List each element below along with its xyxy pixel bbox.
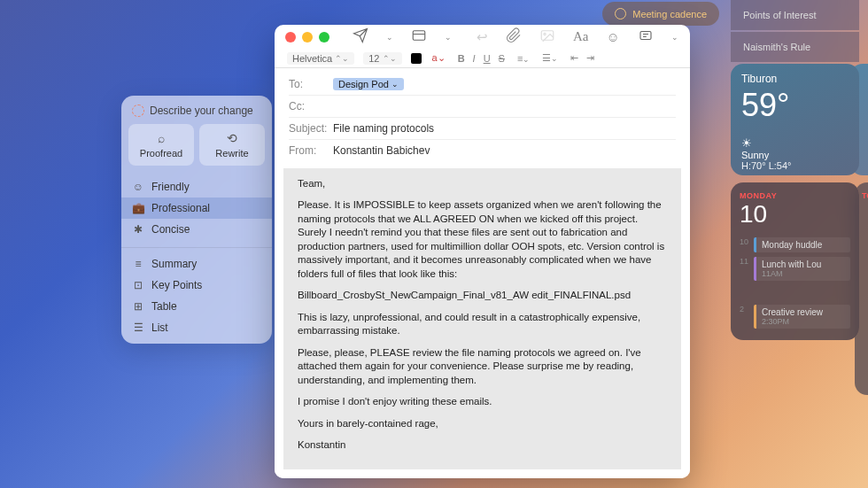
cal-hour-label: 11 <box>740 257 750 266</box>
reminder-pill[interactable]: Meeting cadence <box>602 2 719 26</box>
from-label: From: <box>289 144 333 157</box>
weather-condition: Sunny <box>741 150 849 160</box>
proofread-button[interactable]: ⌕ Proofread <box>128 124 194 166</box>
attach-icon[interactable] <box>500 26 527 48</box>
window-titlebar: ⌄ ⌄ ↩ Aa ☺ ⌄ <box>275 25 690 50</box>
writing-tools-panel: Describe your change ⌕ Proofread ⟲ Rewri… <box>121 96 272 344</box>
transform-label: Summary <box>151 258 197 270</box>
minimize-button[interactable] <box>302 32 313 43</box>
text-color-options[interactable]: a⌄ <box>430 52 447 64</box>
calendar-event[interactable]: Lunch with Lou11AM <box>754 257 850 281</box>
to-row[interactable]: To: Design Pod ⌄ <box>289 74 676 96</box>
transform-item-key-points[interactable]: ⊡Key Points <box>121 275 272 296</box>
outdent-button[interactable]: ⇤ <box>569 52 580 64</box>
mail-compose-window: ⌄ ⌄ ↩ Aa ☺ ⌄ Helvetica ⌃⌄ 12 ⌃⌄ a⌄ B <box>275 25 690 478</box>
refresh-icon: ⟲ <box>203 131 261 145</box>
emoji-icon[interactable]: ☺ <box>601 27 625 46</box>
format-bar: Helvetica ⌃⌄ 12 ⌃⌄ a⌄ B I U S ≡⌄ ☰⌄ ⇤ ⇥ <box>275 50 690 68</box>
rewrite-button[interactable]: ⟲ Rewrite <box>199 124 265 166</box>
writing-tools-header[interactable]: Describe your change <box>121 96 272 124</box>
tone-label: Concise <box>151 223 190 236</box>
cc-row[interactable]: Cc: <box>289 96 676 118</box>
svg-rect-4 <box>640 32 651 40</box>
strikethrough-button[interactable]: S <box>497 53 507 64</box>
tone-item-concise[interactable]: ✱Concise <box>121 219 272 240</box>
font-size-select[interactable]: 12 ⌃⌄ <box>363 52 401 65</box>
text-color-swatch[interactable] <box>411 53 422 64</box>
event-title: Lunch with Lou <box>762 259 845 269</box>
subject-label: Subject: <box>289 122 333 135</box>
mail-body[interactable]: Team, Please. It is IMPOSSIBLE to keep a… <box>283 168 681 469</box>
note-pill[interactable]: Points of Interest <box>731 0 859 30</box>
calendar-event[interactable]: Creative review2:30PM <box>754 305 850 329</box>
body-paragraph: Konstantin <box>298 438 667 453</box>
magnify-icon: ⌕ <box>132 131 190 145</box>
tone-item-friendly[interactable]: ☺Friendly <box>121 176 272 198</box>
recipient-chip[interactable]: Design Pod ⌄ <box>333 78 404 90</box>
italic-button[interactable]: I <box>471 53 477 64</box>
transform-item-table[interactable]: ⊞Table <box>121 296 272 317</box>
transform-icon: ⊞ <box>132 300 144 313</box>
svg-point-3 <box>544 34 546 35</box>
mail-headers: To: Design Pod ⌄ Cc: Subject: File namin… <box>275 68 690 163</box>
send-icon[interactable] <box>347 26 374 48</box>
transform-item-list[interactable]: ☰List <box>121 317 272 338</box>
from-value: Konstantin Babichev <box>333 144 430 157</box>
writing-tools-icon[interactable] <box>632 26 659 48</box>
calendar-event[interactable]: Monday huddle <box>754 237 850 252</box>
send-options-chevron[interactable]: ⌄ <box>381 31 399 43</box>
body-paragraph: Please, please, PLEASE review the file n… <box>298 346 667 388</box>
indent-button[interactable]: ⇥ <box>585 52 596 64</box>
bold-button[interactable]: B <box>456 53 467 64</box>
cal-hour-label: 10 <box>740 237 750 246</box>
writing-header-label: Describe your change <box>150 105 253 117</box>
photo-icon[interactable] <box>534 26 561 48</box>
weather-widget[interactable]: Tiburon 59° ☀ Sunny H:70° L:54° <box>731 64 859 175</box>
transform-label: Key Points <box>151 279 202 291</box>
body-paragraph: Yours in barely-contained rage, <box>298 417 667 431</box>
writing-tools-chevron[interactable]: ⌄ <box>666 31 684 43</box>
body-paragraph: I promise I don't enjoy writing these em… <box>298 395 667 409</box>
tone-icon: ☺ <box>132 181 144 193</box>
subject-row[interactable]: Subject: File naming protocols <box>289 118 676 140</box>
list-button[interactable]: ☰⌄ <box>540 52 560 64</box>
underline-button[interactable]: U <box>482 53 492 64</box>
maximize-button[interactable] <box>319 32 329 43</box>
transform-icon: ☰ <box>132 321 144 334</box>
weather-temperature: 59° <box>741 87 849 124</box>
tone-label: Friendly <box>151 181 190 193</box>
cal-hour-label: 2 <box>740 305 750 314</box>
reply-icon[interactable]: ↩ <box>471 27 493 47</box>
notes-pill-stack: Points of Interest Naismith's Rule <box>731 0 859 64</box>
body-paragraph: Team, <box>298 177 667 191</box>
header-options-chevron[interactable]: ⌄ <box>439 31 457 43</box>
cc-label: Cc: <box>289 100 333 112</box>
svg-rect-0 <box>413 31 425 41</box>
event-title: Monday huddle <box>762 240 845 250</box>
transform-icon: ⊡ <box>132 279 144 291</box>
subject-value: File naming protocols <box>333 122 434 135</box>
header-fields-icon[interactable] <box>406 26 432 48</box>
tone-icon: 💼 <box>132 202 144 214</box>
weather-location: Tiburon <box>741 73 849 85</box>
to-label: To: <box>289 78 333 90</box>
tone-item-professional[interactable]: 💼Professional <box>121 198 272 219</box>
calendar-widget[interactable]: MONDAY 10 10Monday huddle11Lunch with Lo… <box>731 182 859 340</box>
transform-label: Table <box>151 300 177 313</box>
body-paragraph: This is lazy, unprofessional, and could … <box>298 311 667 338</box>
chevron-down-icon: ⌄ <box>391 80 399 89</box>
close-button[interactable] <box>285 32 296 43</box>
body-paragraph: Billboard_CrosbySt_NewCampaign_Final_v81… <box>298 289 667 303</box>
calendar-day-label: MONDAY <box>740 191 850 200</box>
transform-item-summary[interactable]: ≡Summary <box>121 253 272 275</box>
body-paragraph: Please. It is IMPOSSIBLE to keep assets … <box>298 198 667 281</box>
tone-icon: ✱ <box>132 223 144 236</box>
format-icon[interactable]: Aa <box>568 27 594 46</box>
event-time: 11AM <box>762 269 845 278</box>
event-time: 2:30PM <box>762 317 845 326</box>
align-button[interactable]: ≡⌄ <box>515 53 531 64</box>
circle-icon <box>615 8 626 19</box>
font-family-select[interactable]: Helvetica ⌃⌄ <box>287 52 354 65</box>
note-pill[interactable]: Naismith's Rule <box>731 32 859 62</box>
from-row[interactable]: From: Konstantin Babichev <box>289 140 676 161</box>
